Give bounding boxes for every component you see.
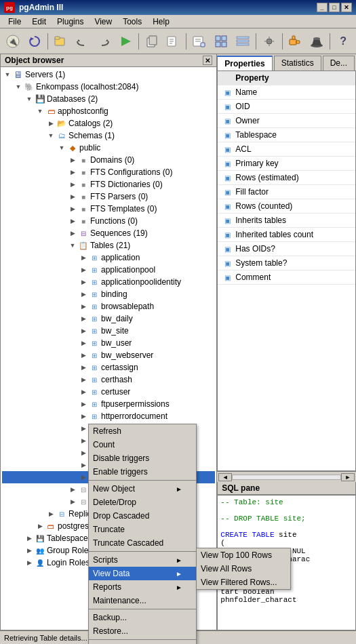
- ctx-backup[interactable]: Backup...: [89, 611, 196, 624]
- close-button[interactable]: ✕: [341, 3, 352, 12]
- tab-statistics[interactable]: Statistics: [274, 56, 321, 71]
- minimize-button[interactable]: _: [317, 3, 328, 12]
- prop-sys-icon: ▣: [222, 258, 233, 268]
- table-row-binding[interactable]: ▶ ⊞ binding: [2, 288, 215, 300]
- tree-fts-dict[interactable]: ▶ ■ FTS Dictionaries (0): [2, 178, 215, 190]
- table-row-certuser[interactable]: ▶ ⊞ certuser: [2, 386, 215, 398]
- menu-plugins[interactable]: Plugins: [52, 16, 89, 28]
- tree-fts-templates[interactable]: ▶ ■ FTS Templates (0): [2, 203, 215, 215]
- ctx-maintenance[interactable]: Maintenance...: [89, 594, 196, 607]
- toolbar-grid1-btn[interactable]: [211, 31, 231, 52]
- expand-application[interactable]: ▶: [78, 253, 89, 262]
- menu-file[interactable]: File: [3, 16, 26, 28]
- table-row-certhash[interactable]: ▶ ⊞ certhash: [2, 374, 215, 386]
- scroll-right-btn[interactable]: ►: [341, 473, 355, 481]
- toolbar-settings-btn[interactable]: [259, 31, 279, 52]
- table-row-certassign[interactable]: ▶ ⊞ certassign: [2, 361, 215, 374]
- table-row-bw-webserver[interactable]: ▶ ⊞ bw_webserver: [2, 349, 215, 361]
- menu-tools[interactable]: Tools: [117, 16, 147, 28]
- toolbar-undo-btn[interactable]: [72, 31, 92, 52]
- ctx-new-object[interactable]: New Object ►: [89, 482, 196, 496]
- submenu-view-all[interactable]: View All Rows: [197, 562, 290, 576]
- expand-functions[interactable]: ▶: [67, 216, 78, 226]
- tab-dependencies[interactable]: De...: [323, 56, 355, 71]
- toolbar-copy2-btn[interactable]: [163, 31, 184, 52]
- tree-functions[interactable]: ▶ ■ Functions (0): [2, 215, 215, 227]
- maximize-button[interactable]: □: [329, 3, 340, 12]
- ctx-refresh[interactable]: Refresh: [89, 424, 196, 438]
- expand-fts-config[interactable]: ▶: [67, 167, 78, 177]
- tree-tables[interactable]: ▼ 📋 Tables (21): [2, 239, 215, 251]
- expand-fts-parsers[interactable]: ▶: [67, 192, 78, 201]
- panel-close-btn[interactable]: ✕: [203, 56, 212, 65]
- expand-public[interactable]: ▼: [56, 143, 67, 153]
- table-row-browsablepath[interactable]: ▶ ⊞ browsablepath: [2, 300, 215, 313]
- table-row-applicationpool[interactable]: ▶ ⊞ applicationpool: [2, 264, 215, 276]
- tree-db-apphostconfig[interactable]: ▼ 🗃 apphostconfig: [2, 105, 215, 117]
- table-row-application[interactable]: ▶ ⊞ application: [2, 251, 215, 264]
- ctx-enable-triggers[interactable]: Enable triggers: [89, 465, 196, 479]
- scroll-left-btn[interactable]: ◄: [218, 473, 232, 481]
- ctx-reports[interactable]: Reports ►: [89, 580, 196, 594]
- tree-server[interactable]: ▼ 🐘 Enkompass (localhost:2084): [2, 81, 215, 93]
- ctx-disable-triggers[interactable]: Disable triggers: [89, 451, 196, 465]
- toolbar-query-btn[interactable]: [189, 31, 210, 52]
- scroll-track[interactable]: [232, 475, 341, 480]
- expand-databases[interactable]: ▼: [24, 94, 35, 104]
- tree-domains[interactable]: ▶ ■ Domains (0): [2, 154, 215, 166]
- tree-schemas[interactable]: ▼ 🗂 Schemas (1): [2, 129, 215, 142]
- toolbar-refresh-btn[interactable]: [24, 31, 45, 52]
- svg-marker-2: [31, 37, 34, 41]
- tree-servers[interactable]: ▼ 🖥 Servers (1): [2, 68, 215, 81]
- tree-sequences[interactable]: ▶ ⊟ Sequences (19): [2, 227, 215, 239]
- ctx-truncate-cascaded[interactable]: Truncate Cascaded: [89, 536, 196, 550]
- toolbar-help-btn[interactable]: ?: [333, 31, 353, 52]
- tree-schema-public[interactable]: ▼ ◆ public: [2, 142, 215, 154]
- table-row-ftpuserpermissions[interactable]: ▶ ⊞ ftpuserpermissions: [2, 398, 215, 410]
- menu-help[interactable]: Help: [147, 16, 175, 28]
- toolbar-open-btn[interactable]: [51, 31, 71, 52]
- toolbar-plugin-btn[interactable]: [285, 31, 306, 52]
- expand-db[interactable]: ▼: [35, 106, 45, 116]
- toolbar-connect-btn[interactable]: 🔌: [3, 31, 23, 52]
- tree-catalogs[interactable]: ▶ 📂 Catalogs (2): [2, 117, 215, 129]
- expand-domains[interactable]: ▶: [67, 155, 78, 165]
- expand-schemas[interactable]: ▼: [45, 131, 56, 140]
- ctx-delete-drop[interactable]: Delete/Drop: [89, 496, 196, 509]
- toolbar-redo-btn[interactable]: [94, 31, 114, 52]
- expand-fts-templates[interactable]: ▶: [67, 204, 78, 214]
- expand-fts-dict[interactable]: ▶: [67, 180, 78, 189]
- ctx-view-data[interactable]: View Data ►: [89, 567, 196, 580]
- table-row-bw-daily[interactable]: ▶ ⊞ bw_daily: [2, 313, 215, 325]
- expand-sequences[interactable]: ▶: [67, 228, 78, 238]
- table-row-bw-site[interactable]: ▶ ⊞ bw_site: [2, 325, 215, 337]
- table-row-applicationpoolidentity[interactable]: ▶ ⊞ applicationpoolidentity: [2, 276, 215, 288]
- ctx-restore[interactable]: Restore...: [89, 624, 196, 638]
- toolbar-grid2-btn[interactable]: [233, 31, 253, 52]
- prop-rows-est-icon: ▣: [222, 172, 233, 183]
- table-row-bw-user[interactable]: ▶ ⊞ bw_user: [2, 337, 215, 349]
- properties-scrollbar[interactable]: ◄ ►: [217, 471, 356, 482]
- tree-fts-parsers[interactable]: ▶ ■ FTS Parsers (0): [2, 190, 215, 203]
- menu-edit[interactable]: Edit: [26, 16, 52, 28]
- ctx-scripts[interactable]: Scripts ►: [89, 553, 196, 567]
- ctx-count[interactable]: Count: [89, 438, 196, 451]
- db-icon: 🗃: [45, 106, 56, 117]
- ctx-truncate[interactable]: Truncate: [89, 523, 196, 536]
- toolbar-hat-btn[interactable]: [306, 31, 327, 52]
- tree-fts-config[interactable]: ▶ ■ FTS Configurations (0): [2, 166, 215, 178]
- table-row-httperrordocument[interactable]: ▶ ⊞ httperrordocument: [2, 410, 215, 422]
- submenu-view-filtered[interactable]: View Filtered Rows...: [197, 576, 290, 589]
- expand-servers[interactable]: ▼: [2, 70, 13, 79]
- toolbar-execute-btn[interactable]: [115, 31, 136, 52]
- expand-tables[interactable]: ▼: [67, 241, 78, 250]
- ctx-properties[interactable]: Properties...: [89, 641, 196, 644]
- tab-properties[interactable]: Properties: [217, 56, 272, 71]
- expand-catalogs[interactable]: ▶: [45, 119, 56, 128]
- tree-databases[interactable]: ▼ 💾 Databases (2): [2, 93, 215, 105]
- ctx-drop-cascaded[interactable]: Drop Cascaded: [89, 509, 196, 523]
- submenu-view-top-100[interactable]: View Top 100 Rows: [197, 548, 290, 562]
- menu-view[interactable]: View: [89, 16, 117, 28]
- toolbar-copy1-btn[interactable]: [142, 31, 162, 52]
- expand-server[interactable]: ▼: [13, 82, 24, 92]
